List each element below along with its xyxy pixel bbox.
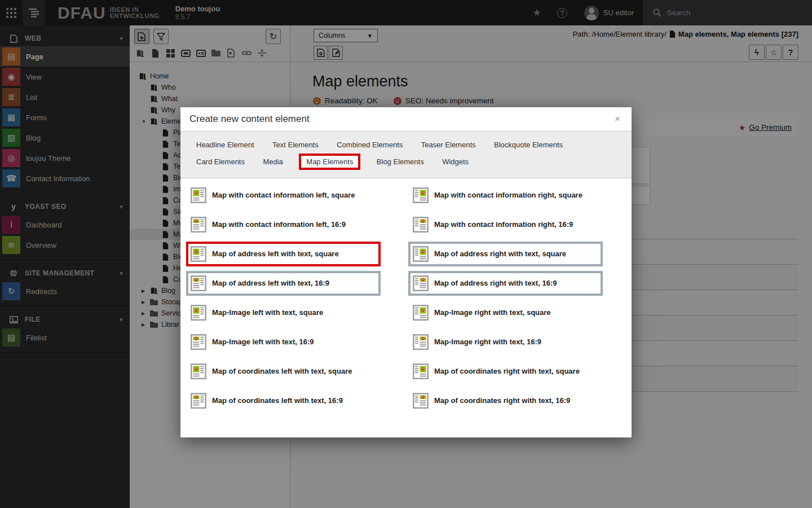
content-element-option[interactable]: Map with contact information right, 16:9 <box>408 212 603 237</box>
modal-tab[interactable]: Text Elements <box>272 141 319 149</box>
modal-tabs: Headline Element Text Elements Combined … <box>180 132 632 178</box>
content-element-option[interactable]: Map of coordinates right with text, 16:9 <box>408 388 603 413</box>
modal-title: Create new content element <box>189 113 310 125</box>
modal-tab[interactable]: Widgets <box>442 157 469 166</box>
modal-tab[interactable]: Media <box>263 157 283 166</box>
typo3-backend: DFAU IDEEN INENTWICKLUNG Demo toujou 9.5… <box>0 0 812 508</box>
content-element-option[interactable]: Map of coordinates left with text, squar… <box>186 359 381 384</box>
modal-tab[interactable]: Combined Elements <box>337 141 403 149</box>
content-element-option[interactable]: Map of address left with text, square <box>186 242 381 266</box>
map-element-icon <box>413 364 429 379</box>
map-element-icon <box>191 305 206 321</box>
close-icon[interactable]: × <box>612 112 623 126</box>
map-element-icon <box>191 334 206 350</box>
modal-body: Map with contact information left, squar… <box>180 178 632 437</box>
modal-tab[interactable]: Teaser Elements <box>421 141 476 149</box>
modal-tab[interactable]: Card Elements <box>196 157 245 166</box>
new-content-element-modal: Create new content element × Headline El… <box>180 107 632 437</box>
content-element-option[interactable]: Map of address right with text, 16:9 <box>408 271 603 296</box>
map-element-icon <box>191 364 206 379</box>
content-element-option[interactable]: Map of coordinates left with text, 16:9 <box>186 388 381 413</box>
modal-tab[interactable]: Headline Element <box>196 141 254 149</box>
map-element-icon <box>413 393 429 409</box>
map-element-icon <box>191 393 206 409</box>
content-element-option[interactable]: Map with contact information left, 16:9 <box>186 212 381 237</box>
content-element-option[interactable]: Map with contact information right, squa… <box>408 183 603 208</box>
modal-tab[interactable]: Blog Elements <box>377 157 424 166</box>
content-element-option[interactable]: Map of coordinates right with text, squa… <box>408 359 603 384</box>
content-element-option[interactable]: Map of address right with text, square <box>408 242 603 266</box>
map-element-icon <box>191 187 206 203</box>
modal-tab[interactable]: Map Elements <box>299 154 360 170</box>
map-element-icon <box>413 275 429 291</box>
modal-tab[interactable]: Blockquote Elements <box>494 141 563 149</box>
content-element-option[interactable]: Map-Image left with text, 16:9 <box>186 330 381 354</box>
content-element-option[interactable]: Map-Image right with text, square <box>408 300 603 325</box>
map-element-icon <box>413 217 429 233</box>
map-element-icon <box>191 246 206 262</box>
map-element-icon <box>191 275 206 291</box>
content-element-option[interactable]: Map-Image right with text, 16:9 <box>408 330 603 354</box>
map-element-icon <box>413 305 429 321</box>
content-element-option[interactable]: Map-Image left with text, square <box>186 300 381 325</box>
content-element-option[interactable]: Map of address left with text, 16:9 <box>186 271 381 296</box>
map-element-icon <box>191 217 206 233</box>
map-element-icon <box>413 246 429 262</box>
map-element-icon <box>413 334 429 350</box>
content-element-option[interactable]: Map with contact information left, squar… <box>186 183 381 208</box>
map-element-icon <box>413 187 429 203</box>
